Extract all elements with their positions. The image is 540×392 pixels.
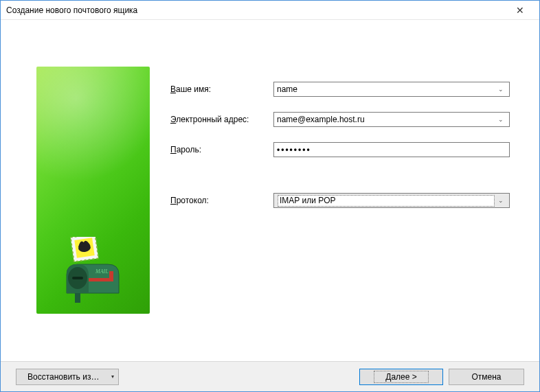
label-password: Пароль: [170, 145, 273, 154]
name-value: name [277, 84, 495, 94]
email-input[interactable]: name@example.host.ru ⌄ [273, 112, 510, 127]
row-email: Электронный адрес: name@example.host.ru … [170, 112, 524, 127]
row-password: Пароль: •••••••• [170, 142, 524, 157]
dialog-create-mailbox: Создание нового почтового ящика ✕ [0, 0, 540, 392]
row-name: Ваше имя: name ⌄ [170, 82, 524, 97]
close-icon: ✕ [516, 5, 524, 16]
svg-rect-6 [109, 271, 113, 281]
password-input[interactable]: •••••••• [273, 142, 510, 157]
chevron-down-icon: ⌄ [495, 197, 506, 204]
row-protocol: Протокол: IMAP или POP ⌄ [170, 193, 524, 208]
name-input[interactable]: name ⌄ [273, 82, 510, 97]
restore-from-button[interactable]: Восстановить из… ▾ [16, 369, 119, 385]
svg-rect-8 [75, 293, 80, 303]
next-label: Далее > [385, 372, 417, 382]
next-button[interactable]: Далее > [359, 369, 443, 385]
label-name: Ваше имя: [170, 84, 273, 94]
window-title: Создание нового почтового ящика [6, 5, 506, 15]
title-bar: Создание нового почтового ящика ✕ [1, 1, 539, 20]
protocol-select[interactable]: IMAP или POP ⌄ [273, 193, 510, 208]
label-protocol: Протокол: [170, 196, 273, 205]
close-button[interactable]: ✕ [506, 1, 534, 19]
email-value: name@example.host.ru [277, 115, 495, 124]
chevron-down-icon: ⌄ [495, 116, 506, 123]
button-bar: Восстановить из… ▾ Далее > Отмена [1, 361, 539, 391]
label-email: Электронный адрес: [170, 115, 273, 124]
svg-rect-4 [72, 277, 83, 279]
protocol-value: IMAP или POP [278, 195, 495, 207]
gradient-shade [36, 67, 150, 204]
cancel-button[interactable]: Отмена [449, 369, 524, 385]
dropdown-arrow-icon: ▾ [111, 373, 114, 380]
restore-label: Восстановить из… [27, 372, 99, 382]
mailbox-icon: MAIL [58, 237, 127, 305]
form-area: Ваше имя: name ⌄ Электронный адрес: name… [150, 41, 524, 350]
cancel-label: Отмена [471, 372, 501, 382]
sidebar-illustration: MAIL [36, 67, 150, 314]
chevron-down-icon: ⌄ [495, 86, 506, 93]
password-value: •••••••• [277, 145, 311, 154]
svg-text:MAIL: MAIL [95, 268, 109, 275]
dialog-body: MAIL Ваше имя: name ⌄ [1, 20, 539, 361]
